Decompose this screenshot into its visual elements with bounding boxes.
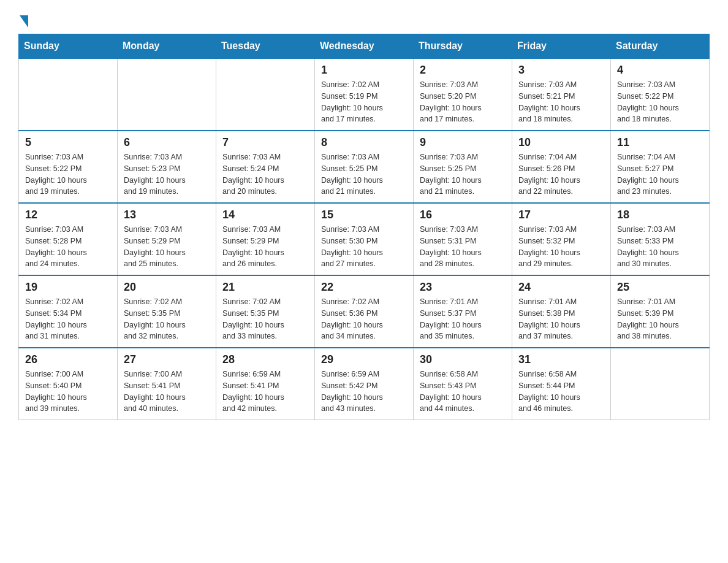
calendar-cell: 19Sunrise: 7:02 AM Sunset: 5:34 PM Dayli… (19, 275, 118, 348)
day-info: Sunrise: 6:58 AM Sunset: 5:43 PM Dayligh… (420, 369, 506, 415)
day-info: Sunrise: 7:03 AM Sunset: 5:20 PM Dayligh… (420, 79, 506, 125)
day-number: 27 (124, 353, 210, 366)
day-number: 31 (518, 353, 604, 366)
week-row-3: 12Sunrise: 7:03 AM Sunset: 5:28 PM Dayli… (19, 203, 710, 275)
calendar-cell: 24Sunrise: 7:01 AM Sunset: 5:38 PM Dayli… (512, 275, 611, 348)
day-info: Sunrise: 7:02 AM Sunset: 5:35 PM Dayligh… (222, 296, 308, 342)
day-number: 25 (617, 281, 703, 294)
day-number: 26 (25, 353, 111, 366)
day-info: Sunrise: 7:00 AM Sunset: 5:40 PM Dayligh… (25, 369, 111, 415)
calendar-cell (118, 58, 216, 131)
calendar-cell: 18Sunrise: 7:03 AM Sunset: 5:33 PM Dayli… (611, 203, 710, 275)
calendar-cell: 7Sunrise: 7:03 AM Sunset: 5:24 PM Daylig… (216, 131, 315, 203)
calendar-cell: 11Sunrise: 7:04 AM Sunset: 5:27 PM Dayli… (611, 131, 710, 203)
day-info: Sunrise: 7:03 AM Sunset: 5:23 PM Dayligh… (124, 151, 210, 197)
day-number: 23 (420, 281, 506, 294)
day-info: Sunrise: 6:58 AM Sunset: 5:44 PM Dayligh… (518, 369, 604, 415)
day-info: Sunrise: 7:03 AM Sunset: 5:30 PM Dayligh… (321, 224, 407, 270)
day-info: Sunrise: 7:03 AM Sunset: 5:22 PM Dayligh… (25, 151, 111, 197)
day-number: 3 (518, 64, 604, 77)
day-info: Sunrise: 7:01 AM Sunset: 5:37 PM Dayligh… (420, 296, 506, 342)
day-info: Sunrise: 6:59 AM Sunset: 5:42 PM Dayligh… (321, 369, 407, 415)
day-number: 24 (518, 281, 604, 294)
col-header-monday: Monday (118, 34, 216, 59)
day-number: 2 (420, 64, 506, 77)
day-info: Sunrise: 7:04 AM Sunset: 5:27 PM Dayligh… (617, 151, 703, 197)
day-number: 18 (617, 209, 703, 221)
calendar-cell: 25Sunrise: 7:01 AM Sunset: 5:39 PM Dayli… (611, 275, 710, 348)
day-info: Sunrise: 7:03 AM Sunset: 5:22 PM Dayligh… (617, 79, 703, 125)
calendar-cell: 20Sunrise: 7:02 AM Sunset: 5:35 PM Dayli… (118, 275, 216, 348)
day-info: Sunrise: 7:03 AM Sunset: 5:29 PM Dayligh… (124, 224, 210, 270)
week-row-1: 1Sunrise: 7:02 AM Sunset: 5:19 PM Daylig… (19, 58, 710, 131)
logo (18, 12, 28, 28)
day-info: Sunrise: 7:03 AM Sunset: 5:31 PM Dayligh… (420, 224, 506, 270)
calendar-cell: 8Sunrise: 7:03 AM Sunset: 5:25 PM Daylig… (315, 131, 414, 203)
day-number: 20 (124, 281, 210, 294)
calendar-header-row: SundayMondayTuesdayWednesdayThursdayFrid… (19, 34, 710, 59)
day-info: Sunrise: 7:03 AM Sunset: 5:25 PM Dayligh… (321, 151, 407, 197)
day-number: 6 (124, 136, 210, 149)
calendar-cell: 28Sunrise: 6:59 AM Sunset: 5:41 PM Dayli… (216, 348, 315, 420)
day-info: Sunrise: 7:03 AM Sunset: 5:32 PM Dayligh… (518, 224, 604, 270)
calendar-cell: 23Sunrise: 7:01 AM Sunset: 5:37 PM Dayli… (414, 275, 512, 348)
day-info: Sunrise: 7:00 AM Sunset: 5:41 PM Dayligh… (124, 369, 210, 415)
calendar-cell: 12Sunrise: 7:03 AM Sunset: 5:28 PM Dayli… (19, 203, 118, 275)
day-info: Sunrise: 7:03 AM Sunset: 5:21 PM Dayligh… (518, 79, 604, 125)
day-number: 21 (222, 281, 308, 294)
day-number: 8 (321, 136, 407, 149)
col-header-tuesday: Tuesday (216, 34, 315, 59)
day-number: 17 (518, 209, 604, 221)
day-info: Sunrise: 7:02 AM Sunset: 5:34 PM Dayligh… (25, 296, 111, 342)
day-info: Sunrise: 7:01 AM Sunset: 5:38 PM Dayligh… (518, 296, 604, 342)
day-number: 5 (25, 136, 111, 149)
day-number: 14 (222, 209, 308, 221)
day-info: Sunrise: 7:03 AM Sunset: 5:25 PM Dayligh… (420, 151, 506, 197)
calendar-cell (611, 348, 710, 420)
col-header-saturday: Saturday (611, 34, 710, 59)
day-info: Sunrise: 7:03 AM Sunset: 5:33 PM Dayligh… (617, 224, 703, 270)
calendar-table: SundayMondayTuesdayWednesdayThursdayFrid… (18, 34, 710, 420)
calendar-cell: 5Sunrise: 7:03 AM Sunset: 5:22 PM Daylig… (19, 131, 118, 203)
day-info: Sunrise: 6:59 AM Sunset: 5:41 PM Dayligh… (222, 369, 308, 415)
col-header-thursday: Thursday (414, 34, 512, 59)
week-row-4: 19Sunrise: 7:02 AM Sunset: 5:34 PM Dayli… (19, 275, 710, 348)
calendar-cell: 31Sunrise: 6:58 AM Sunset: 5:44 PM Dayli… (512, 348, 611, 420)
calendar-cell: 17Sunrise: 7:03 AM Sunset: 5:32 PM Dayli… (512, 203, 611, 275)
calendar-cell (216, 58, 315, 131)
day-number: 9 (420, 136, 506, 149)
day-info: Sunrise: 7:02 AM Sunset: 5:35 PM Dayligh… (124, 296, 210, 342)
calendar-cell: 1Sunrise: 7:02 AM Sunset: 5:19 PM Daylig… (315, 58, 414, 131)
calendar-cell: 16Sunrise: 7:03 AM Sunset: 5:31 PM Dayli… (414, 203, 512, 275)
calendar-cell: 4Sunrise: 7:03 AM Sunset: 5:22 PM Daylig… (611, 58, 710, 131)
day-number: 10 (518, 136, 604, 149)
day-number: 28 (222, 353, 308, 366)
day-number: 7 (222, 136, 308, 149)
calendar-cell: 30Sunrise: 6:58 AM Sunset: 5:43 PM Dayli… (414, 348, 512, 420)
day-number: 12 (25, 209, 111, 221)
day-number: 29 (321, 353, 407, 366)
day-info: Sunrise: 7:04 AM Sunset: 5:26 PM Dayligh… (518, 151, 604, 197)
day-number: 16 (420, 209, 506, 221)
calendar-cell: 29Sunrise: 6:59 AM Sunset: 5:42 PM Dayli… (315, 348, 414, 420)
col-header-friday: Friday (512, 34, 611, 59)
day-number: 11 (617, 136, 703, 149)
day-info: Sunrise: 7:02 AM Sunset: 5:36 PM Dayligh… (321, 296, 407, 342)
calendar-cell: 6Sunrise: 7:03 AM Sunset: 5:23 PM Daylig… (118, 131, 216, 203)
logo-arrow-icon (20, 15, 28, 28)
day-number: 22 (321, 281, 407, 294)
calendar-cell: 27Sunrise: 7:00 AM Sunset: 5:41 PM Dayli… (118, 348, 216, 420)
week-row-2: 5Sunrise: 7:03 AM Sunset: 5:22 PM Daylig… (19, 131, 710, 203)
day-info: Sunrise: 7:03 AM Sunset: 5:24 PM Dayligh… (222, 151, 308, 197)
day-number: 1 (321, 64, 407, 77)
week-row-5: 26Sunrise: 7:00 AM Sunset: 5:40 PM Dayli… (19, 348, 710, 420)
calendar-cell: 15Sunrise: 7:03 AM Sunset: 5:30 PM Dayli… (315, 203, 414, 275)
day-number: 13 (124, 209, 210, 221)
calendar-cell: 26Sunrise: 7:00 AM Sunset: 5:40 PM Dayli… (19, 348, 118, 420)
calendar-cell: 22Sunrise: 7:02 AM Sunset: 5:36 PM Dayli… (315, 275, 414, 348)
calendar-cell: 10Sunrise: 7:04 AM Sunset: 5:26 PM Dayli… (512, 131, 611, 203)
day-number: 30 (420, 353, 506, 366)
day-info: Sunrise: 7:03 AM Sunset: 5:28 PM Dayligh… (25, 224, 111, 270)
day-number: 4 (617, 64, 703, 77)
calendar-cell: 21Sunrise: 7:02 AM Sunset: 5:35 PM Dayli… (216, 275, 315, 348)
